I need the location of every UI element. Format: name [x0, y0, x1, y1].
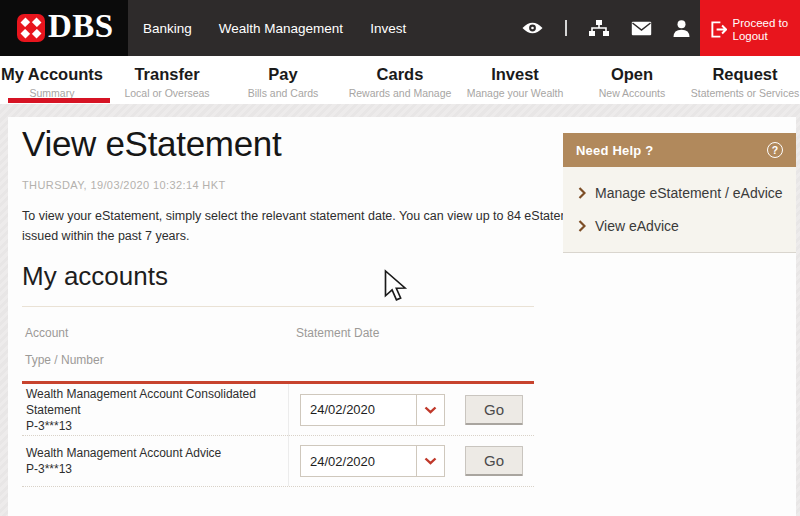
need-help-links: Manage eStatement / eAdvice View eAdvice [563, 167, 796, 252]
column-header-type-number: Type / Number [25, 353, 104, 367]
eye-icon[interactable] [521, 20, 544, 36]
need-help-title: Need Help ? [576, 143, 767, 158]
chevron-right-icon [578, 220, 586, 232]
nav-tab-invest[interactable]: Invest Manage your Wealth [467, 65, 564, 99]
chevron-down-icon[interactable] [416, 446, 444, 476]
table-row: Wealth Management Account Advice P-3***1… [22, 435, 534, 486]
question-circle-icon[interactable]: ? [767, 142, 783, 158]
go-button[interactable]: Go [465, 446, 523, 476]
view-estatement-page: DBS Banking Wealth Management Invest [0, 0, 800, 516]
column-divider [288, 384, 289, 486]
column-header-statement-date: Statement Date [296, 326, 379, 340]
selected-date: 24/02/2020 [301, 446, 416, 476]
active-tab-underline [8, 98, 110, 103]
login-timestamp: THURSDAY, 19/03/2020 10:32:14 HKT [22, 179, 226, 191]
go-button[interactable]: Go [465, 395, 523, 425]
need-help-header: Need Help ? ? [563, 133, 796, 167]
my-accounts-heading: My accounts [22, 261, 168, 292]
nav-tab-request[interactable]: Request Statements or Services [691, 65, 800, 99]
logout-icon [710, 21, 727, 38]
nav-tab-transfer[interactable]: Transfer Local or Overseas [124, 65, 209, 99]
top-menu-invest[interactable]: Invest [370, 21, 406, 36]
nav-tab-pay[interactable]: Pay Bills and Cards [248, 65, 319, 99]
logout-label: Proceed to Logout [733, 17, 791, 43]
sitemap-icon[interactable] [588, 20, 610, 37]
nav-tab-cards[interactable]: Cards Rewards and Manage [349, 65, 452, 99]
top-bar-icons [521, 0, 690, 56]
chevron-right-icon [578, 187, 586, 199]
dbs-logo[interactable]: DBS [0, 0, 128, 56]
need-help-panel: Need Help ? ? Manage eStatement / eAdvic… [563, 133, 796, 252]
statement-date-dropdown[interactable]: 24/02/2020 [300, 445, 445, 477]
profile-icon[interactable] [673, 20, 690, 37]
column-header-account: Account [25, 326, 68, 340]
accounts-table: Wealth Management Account Consolidated S… [22, 384, 534, 487]
nav-tab-my-accounts[interactable]: My Accounts Summary [1, 65, 103, 99]
section-divider [22, 306, 534, 307]
icon-divider [565, 20, 567, 36]
statement-date-dropdown[interactable]: 24/02/2020 [300, 394, 445, 426]
mail-icon[interactable] [631, 21, 652, 36]
account-name: Wealth Management Account Advice P-3***1… [22, 445, 300, 477]
top-bar: DBS Banking Wealth Management Invest [0, 0, 800, 56]
account-name: Wealth Management Account Consolidated S… [22, 386, 300, 434]
manage-estatement-link[interactable]: Manage eStatement / eAdvice [563, 176, 796, 209]
table-row: Wealth Management Account Consolidated S… [22, 384, 534, 435]
page-title: View eStatement [22, 124, 281, 164]
top-menu-banking[interactable]: Banking [143, 21, 192, 36]
chevron-down-icon[interactable] [416, 395, 444, 425]
proceed-to-logout-button[interactable]: Proceed to Logout [700, 0, 800, 59]
nav-tab-open[interactable]: Open New Accounts [599, 65, 666, 99]
view-eadvice-link[interactable]: View eAdvice [563, 209, 796, 242]
selected-date: 24/02/2020 [301, 395, 416, 425]
dbs-wordmark: DBS [48, 10, 114, 43]
top-menu-wealth-management[interactable]: Wealth Management [219, 21, 343, 36]
top-menu: Banking Wealth Management Invest [143, 0, 406, 56]
main-nav: My Accounts Summary Transfer Local or Ov… [0, 56, 800, 104]
dbs-logo-icon [17, 14, 45, 42]
intro-text: To view your eStatement, simply select t… [22, 206, 595, 246]
mouse-cursor [384, 269, 408, 303]
